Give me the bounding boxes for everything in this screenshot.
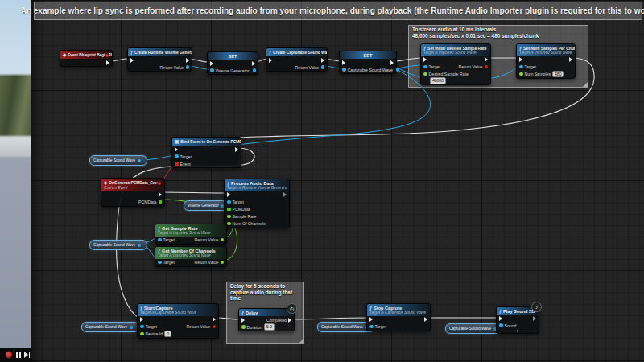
camera-preview <box>0 0 31 349</box>
device-id-pin[interactable] <box>140 332 144 336</box>
target-pin[interactable] <box>158 261 162 265</box>
target-pin[interactable] <box>158 238 162 242</box>
var-get-capturable-sound-wave[interactable]: Capturable Sound Wave <box>89 155 147 166</box>
pcmdata-out-pin[interactable] <box>159 200 163 204</box>
var-get-capturable-sound-wave[interactable]: Capturable Sound Wave <box>81 322 139 332</box>
exec-out-pin[interactable] <box>321 58 324 63</box>
num-samples-value[interactable]: 480 <box>552 71 564 78</box>
delegate-pin[interactable] <box>105 53 110 59</box>
exec-out-pin[interactable] <box>533 316 536 321</box>
device-id-value[interactable]: 0 <box>164 331 171 338</box>
return-value-pin[interactable] <box>221 238 225 242</box>
comment-resize-handle[interactable] <box>583 82 588 87</box>
target-pin[interactable] <box>423 65 427 69</box>
pcmdata-pin[interactable] <box>227 208 231 212</box>
comment-resize-handle[interactable] <box>299 339 303 343</box>
target-pin[interactable] <box>519 65 523 69</box>
node-set-num-samples-per-chunk[interactable]: ƒSet Num Samples Per ChunkTarget is Impo… <box>516 43 576 79</box>
return-value-pin[interactable] <box>186 65 190 69</box>
sample-rate-pin[interactable] <box>227 215 231 219</box>
pin-label: Target <box>163 237 175 242</box>
var-get-capturable-sound-wave[interactable]: Capturable Sound Wave <box>445 323 503 334</box>
variable-out-pin[interactable] <box>138 159 141 162</box>
event-delegate-pin[interactable] <box>175 162 179 166</box>
exec-out-pin[interactable] <box>283 192 287 197</box>
exec-in-pin[interactable] <box>227 192 230 197</box>
delegate-pin[interactable] <box>157 181 163 187</box>
exec-out-pin[interactable] <box>424 317 427 322</box>
exec-in-pin[interactable] <box>342 60 345 65</box>
node-start-capture[interactable]: ƒStart CaptureTarget is Capturable Sound… <box>137 303 219 339</box>
node-create-runtime-viseme-generator[interactable]: ƒCreate Runtime Viseme Generator Return … <box>127 47 192 72</box>
node-set-capturable-sound-wave[interactable]: SET Capturable Sound Wave <box>339 51 397 74</box>
node-stop-capture[interactable]: ƒStop CaptureTarget is Capturable Sound … <box>366 303 431 331</box>
exec-out-pin[interactable] <box>213 317 216 322</box>
pin-label: Target <box>525 64 536 69</box>
exec-out-pin[interactable] <box>569 57 572 62</box>
exec-in-pin[interactable] <box>130 58 134 63</box>
exec-in-pin[interactable] <box>519 57 522 62</box>
expand-advanced-chevron-icon[interactable]: ▼ <box>497 329 539 333</box>
sound-pin[interactable] <box>499 323 503 327</box>
pin-label: Num Samples <box>525 72 551 76</box>
node-get-sample-rate[interactable]: ƒGet Sample RateTarget is Imported Sound… <box>155 224 227 245</box>
node-event-begin-play[interactable]: ◆Event Blueprint Begin Play <box>60 50 113 67</box>
return-value-pin[interactable] <box>485 65 489 69</box>
exec-in-pin[interactable] <box>175 147 178 152</box>
num-samples-pin[interactable] <box>519 72 523 76</box>
var-get-capturable-sound-wave[interactable]: Capturable Sound Wave <box>89 240 147 250</box>
var-get-viseme-generator[interactable]: Viseme Generator <box>184 200 229 211</box>
node-create-capturable-sound-wave[interactable]: ƒCreate Capturable Sound Wave Return Val… <box>266 47 328 72</box>
exec-out-pin[interactable] <box>235 147 238 152</box>
exec-out-pin[interactable] <box>159 192 162 197</box>
pin-label: Return Value <box>295 65 320 70</box>
node-process-audio-data[interactable]: ƒProcess Audio DataTarget is Runtime Vis… <box>224 179 290 228</box>
comment-stream-line1: To stream audio at 10 ms intervals <box>412 27 496 32</box>
target-pin[interactable] <box>140 325 144 329</box>
target-pin[interactable] <box>175 154 179 158</box>
exec-in-pin[interactable] <box>269 58 272 63</box>
target-pin[interactable] <box>227 200 231 204</box>
node-bind-event-to-on-generate-pcmdata[interactable]: ▣Bind Event to On Generate PCMData Targe… <box>171 137 242 168</box>
variable-out-pin[interactable] <box>138 244 141 247</box>
return-value-pin[interactable] <box>321 65 325 69</box>
exec-out-pin[interactable] <box>186 58 189 63</box>
node-subtitle: Target is Imported Sound Wave <box>423 51 488 56</box>
duration-pin[interactable] <box>242 325 246 329</box>
exec-in-pin[interactable] <box>210 61 213 66</box>
exec-in-pin[interactable] <box>242 318 245 323</box>
exec-in-pin[interactable] <box>499 316 502 321</box>
variable-out-pin[interactable] <box>396 68 400 72</box>
desired-sample-rate-value[interactable]: 48000 <box>430 77 446 84</box>
return-value-pin[interactable] <box>221 261 225 265</box>
node-subtitle: Target is Imported Sound Wave <box>158 231 224 236</box>
pin-label: Target <box>233 200 244 204</box>
variable-in-pin[interactable] <box>342 68 346 72</box>
node-get-number-of-channels[interactable]: ƒGet Number Of ChannelsTarget is Importe… <box>155 246 227 267</box>
return-value-pin[interactable] <box>213 325 217 329</box>
step-forward-icon[interactable] <box>24 352 31 358</box>
target-pin[interactable] <box>369 325 374 329</box>
completed-exec-out-pin[interactable] <box>288 318 291 323</box>
node-set-viseme-generator[interactable]: SET Viseme Generator <box>207 51 258 75</box>
exec-out-pin[interactable] <box>106 60 109 65</box>
comment-top[interactable]: An example where lip sync is performed a… <box>34 2 642 20</box>
exec-out-pin[interactable] <box>252 61 255 66</box>
variable-in-pin[interactable] <box>210 68 214 72</box>
exec-in-pin[interactable] <box>369 317 373 322</box>
variable-out-pin[interactable] <box>253 68 257 72</box>
num-of-channels-pin[interactable] <box>227 222 231 226</box>
desired-sample-rate-pin[interactable] <box>423 72 427 76</box>
duration-value[interactable]: 5.0 <box>264 323 275 331</box>
exec-out-pin[interactable] <box>485 57 488 62</box>
record-icon[interactable] <box>5 351 13 359</box>
pause-icon[interactable] <box>16 352 21 358</box>
exec-out-pin[interactable] <box>390 60 394 65</box>
exec-in-pin[interactable] <box>423 57 427 62</box>
pin-label: Completed <box>266 318 287 323</box>
exec-in-pin[interactable] <box>140 317 143 322</box>
node-delay[interactable]: ƒDelay Completed Duration5.0 <box>238 308 295 331</box>
node-set-initial-desired-sample-rate[interactable]: ƒSet Initial Desired Sample RateTarget i… <box>420 43 491 85</box>
node-ongeneratepcmdata-event[interactable]: ◆OnGeneratePCMData_EventCustom Event PCM… <box>101 178 165 207</box>
variable-out-pin[interactable] <box>130 326 133 329</box>
